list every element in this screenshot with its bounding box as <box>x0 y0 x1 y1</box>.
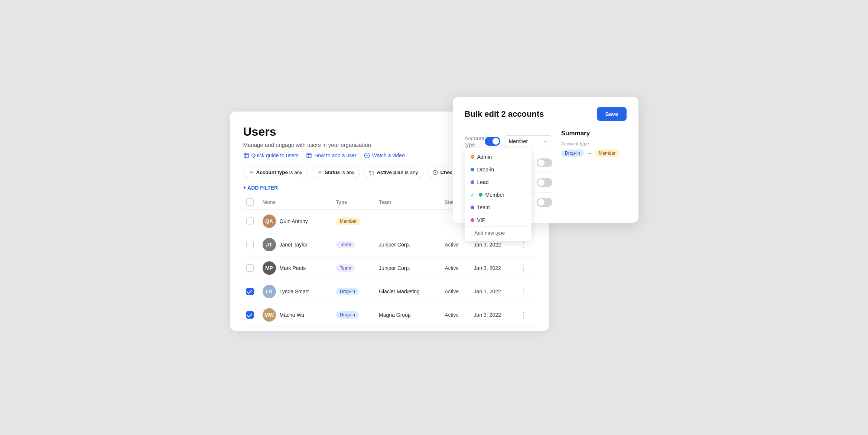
row-checkbox[interactable] <box>246 311 254 319</box>
account-type-toggle[interactable] <box>485 137 500 146</box>
date-cell: Jan 3, 2022 <box>471 280 518 303</box>
col-type: Type <box>333 194 376 210</box>
dropdown-item-lead[interactable]: Lead <box>465 176 531 188</box>
dot-vip <box>471 218 474 222</box>
filter-icon-1 <box>249 170 254 175</box>
date-cell: Jan 3, 2022 <box>471 257 518 280</box>
bulk-edit-summary: Summary Account type Drop-in → Member <box>561 130 627 212</box>
check-icon: ✓ <box>471 192 475 198</box>
user-name: Quin Antony <box>280 218 308 224</box>
status-toggle[interactable] <box>537 158 552 167</box>
dropdown-item-vip[interactable]: VIP <box>465 214 531 226</box>
chevron-down-icon <box>543 139 547 144</box>
dot-team <box>471 206 474 209</box>
account-type-dropdown: Admin Drop-in Lead ✓ <box>465 148 531 241</box>
avatar: LS <box>263 285 276 298</box>
filter-status[interactable]: Status is any <box>312 167 360 178</box>
type-badge: Team <box>336 264 355 272</box>
user-name: Lynda Smart <box>280 289 309 294</box>
user-cell: JTJanet Taylor <box>263 238 330 251</box>
filter-account-type[interactable]: Account type is any <box>243 167 308 178</box>
type-badge: Drop-in <box>336 288 359 295</box>
dropdown-item-dropin[interactable]: Drop-in <box>465 163 531 176</box>
team-name: Magna Group <box>376 303 442 327</box>
dropdown-item-admin[interactable]: Admin <box>465 151 531 163</box>
team-name: Juniper Corp. <box>376 257 442 280</box>
filter-icon-2 <box>317 170 322 175</box>
team-name: Glacier Marketing <box>376 280 442 303</box>
watch-video-link[interactable]: Watch a video <box>364 152 405 158</box>
avatar: MW <box>263 308 276 322</box>
col-team: Team <box>376 194 442 210</box>
dropdown-item-team[interactable]: Team <box>465 201 531 214</box>
add-new-type-button[interactable]: + Add new type <box>465 226 531 239</box>
row-actions-menu[interactable]: ⋮ <box>520 287 533 296</box>
save-button[interactable]: Save <box>597 107 626 121</box>
select-all-checkbox[interactable] <box>246 198 254 206</box>
bulk-edit-body: Account type Member Admin <box>465 130 627 212</box>
row-checkbox[interactable] <box>246 241 254 248</box>
table-row: MWMachu WuDrop-inMagna GroupActiveJan 3,… <box>243 303 536 327</box>
account-type-select[interactable]: Member <box>504 135 552 147</box>
field-account-type: Account type Member Admin <box>465 130 552 153</box>
team-name: Juniper Corp. <box>376 233 442 257</box>
book-icon-2 <box>306 152 312 158</box>
user-name: Machu Wu <box>280 312 305 318</box>
avatar: QA <box>263 215 276 228</box>
dot-lead <box>471 180 474 184</box>
arrow-right-icon: → <box>587 150 592 156</box>
user-cell: MWMachu Wu <box>263 308 330 322</box>
status-cell: Active <box>442 303 471 327</box>
svg-marker-7 <box>366 154 368 156</box>
col-name: Name <box>260 194 333 210</box>
filter-icon-3 <box>369 170 374 175</box>
row-checkbox[interactable] <box>246 288 254 295</box>
team-name <box>376 210 442 233</box>
row-actions-menu[interactable]: ⋮ <box>520 264 533 272</box>
summary-account-type-label: Account type <box>561 141 627 146</box>
summary-change: Drop-in → Member <box>561 149 627 157</box>
svg-rect-3 <box>307 153 311 158</box>
row-checkbox[interactable] <box>246 264 254 272</box>
book-icon <box>243 152 249 158</box>
type-badge: Team <box>336 241 355 248</box>
autopay-toggle[interactable] <box>537 178 552 187</box>
avatar: JT <box>263 238 276 251</box>
user-name: Janet Taylor <box>280 242 308 248</box>
avatar: MP <box>263 261 276 275</box>
row-checkbox[interactable] <box>246 218 254 225</box>
svg-rect-0 <box>244 153 248 158</box>
type-badge: Drop-in <box>336 311 359 319</box>
row-actions-menu[interactable]: ⋮ <box>520 241 533 249</box>
status-cell: Active <box>442 280 471 303</box>
checkmark-icon <box>433 170 438 175</box>
status-cell: Active <box>442 257 471 280</box>
user-cell: QAQuin Antony <box>263 215 330 228</box>
type-badge: Member <box>336 218 361 225</box>
bulk-edit-fields: Account type Member Admin <box>465 130 552 212</box>
bulk-edit-header: Bulk edit 2 accounts Save <box>465 107 627 121</box>
primary-location-toggle[interactable] <box>537 198 552 207</box>
summary-title: Summary <box>561 130 627 137</box>
bulk-edit-panel: Bulk edit 2 accounts Save Account type M… <box>453 97 638 223</box>
bulk-edit-title: Bulk edit 2 accounts <box>465 109 544 119</box>
how-to-add-link[interactable]: How to add a user <box>306 152 357 158</box>
filter-active-plan[interactable]: Active plan is any <box>364 167 423 178</box>
summary-to-badge: Member <box>595 149 620 157</box>
dropdown-item-member[interactable]: ✓ Member <box>465 188 531 201</box>
user-cell: LSLynda Smart <box>263 285 330 298</box>
row-actions-menu[interactable]: ⋮ <box>520 311 533 319</box>
table-row: LSLynda SmartDrop-inGlacier MarketingAct… <box>243 280 536 303</box>
account-type-label: Account type <box>465 135 485 148</box>
dot-dropin <box>471 168 474 171</box>
date-cell: Jan 3, 2022 <box>471 303 518 327</box>
user-name: Mark Peets <box>280 265 306 271</box>
user-cell: MPMark Peets <box>263 261 330 275</box>
dot-member <box>479 193 482 197</box>
summary-from-badge: Drop-in <box>561 149 584 157</box>
play-icon <box>364 152 370 158</box>
dot-admin <box>471 155 474 159</box>
quick-guide-link[interactable]: Quick guide to users <box>243 152 299 158</box>
table-row: MPMark PeetsTeamJuniper Corp.ActiveJan 3… <box>243 257 536 280</box>
